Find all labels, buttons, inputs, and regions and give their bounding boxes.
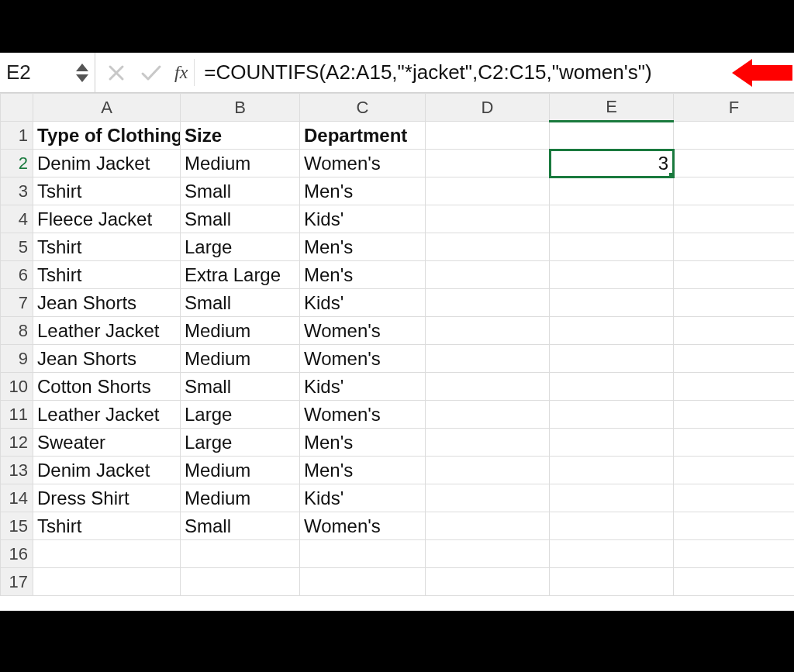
cell-F13[interactable] bbox=[674, 457, 795, 484]
row-head-1[interactable]: 1 bbox=[1, 122, 33, 150]
cell-D17[interactable] bbox=[426, 568, 550, 596]
cell-F15[interactable] bbox=[674, 512, 795, 540]
cell-E5[interactable] bbox=[550, 233, 674, 261]
cell-C8[interactable]: Women's bbox=[300, 317, 426, 345]
fx-label[interactable]: fx bbox=[174, 62, 194, 83]
cell-E11[interactable] bbox=[550, 401, 674, 429]
cell-E4[interactable] bbox=[550, 205, 674, 233]
cell-F2[interactable] bbox=[674, 150, 795, 177]
cell-A3[interactable]: Tshirt bbox=[33, 177, 181, 205]
cell-C9[interactable]: Women's bbox=[300, 345, 426, 373]
cell-C14[interactable]: Kids' bbox=[300, 484, 426, 512]
cell-C6[interactable]: Men's bbox=[300, 261, 426, 289]
cell-D14[interactable] bbox=[426, 484, 550, 512]
row-head-16[interactable]: 16 bbox=[1, 540, 33, 568]
cell-F10[interactable] bbox=[674, 373, 795, 401]
cell-A1[interactable]: Type of Clothing bbox=[33, 122, 181, 150]
cell-C5[interactable]: Men's bbox=[300, 233, 426, 261]
cell-B16[interactable] bbox=[181, 540, 300, 568]
cell-A10[interactable]: Cotton Shorts bbox=[33, 373, 181, 401]
cell-C3[interactable]: Men's bbox=[300, 177, 426, 205]
cell-D8[interactable] bbox=[426, 317, 550, 345]
cell-F14[interactable] bbox=[674, 484, 795, 512]
cell-D4[interactable] bbox=[426, 205, 550, 233]
cell-C16[interactable] bbox=[300, 540, 426, 568]
cell-B7[interactable]: Small bbox=[181, 289, 300, 317]
cell-B4[interactable]: Small bbox=[181, 205, 300, 233]
cell-D15[interactable] bbox=[426, 512, 550, 540]
cell-F16[interactable] bbox=[674, 540, 795, 568]
cell-B1[interactable]: Size bbox=[181, 122, 300, 150]
cell-D2[interactable] bbox=[426, 150, 550, 177]
row-head-12[interactable]: 12 bbox=[1, 429, 33, 457]
cell-D11[interactable] bbox=[426, 401, 550, 429]
cell-F9[interactable] bbox=[674, 345, 795, 373]
row-head-13[interactable]: 13 bbox=[1, 457, 33, 484]
col-head-E[interactable]: E bbox=[550, 94, 674, 122]
row-head-11[interactable]: 11 bbox=[1, 401, 33, 429]
row-head-17[interactable]: 17 bbox=[1, 568, 33, 596]
cell-E3[interactable] bbox=[550, 177, 674, 205]
col-head-D[interactable]: D bbox=[426, 94, 550, 122]
cell-E17[interactable] bbox=[550, 568, 674, 596]
cell-D13[interactable] bbox=[426, 457, 550, 484]
cell-A12[interactable]: Sweater bbox=[33, 429, 181, 457]
cell-D5[interactable] bbox=[426, 233, 550, 261]
cell-E10[interactable] bbox=[550, 373, 674, 401]
select-all-corner[interactable] bbox=[1, 94, 33, 122]
cell-B2[interactable]: Medium bbox=[181, 150, 300, 177]
cell-B12[interactable]: Large bbox=[181, 429, 300, 457]
cell-C7[interactable]: Kids' bbox=[300, 289, 426, 317]
col-head-C[interactable]: C bbox=[300, 94, 426, 122]
cell-F5[interactable] bbox=[674, 233, 795, 261]
cell-B11[interactable]: Large bbox=[181, 401, 300, 429]
cell-A16[interactable] bbox=[33, 540, 181, 568]
cell-B3[interactable]: Small bbox=[181, 177, 300, 205]
cell-F17[interactable] bbox=[674, 568, 795, 596]
row-head-9[interactable]: 9 bbox=[1, 345, 33, 373]
cell-E12[interactable] bbox=[550, 429, 674, 457]
cell-D16[interactable] bbox=[426, 540, 550, 568]
cell-E1[interactable] bbox=[550, 122, 674, 150]
col-head-B[interactable]: B bbox=[181, 94, 300, 122]
cell-B6[interactable]: Extra Large bbox=[181, 261, 300, 289]
cell-F3[interactable] bbox=[674, 177, 795, 205]
cell-A6[interactable]: Tshirt bbox=[33, 261, 181, 289]
cell-E7[interactable] bbox=[550, 289, 674, 317]
cell-A5[interactable]: Tshirt bbox=[33, 233, 181, 261]
cell-F12[interactable] bbox=[674, 429, 795, 457]
cancel-icon[interactable] bbox=[108, 64, 125, 81]
cell-A11[interactable]: Leather Jacket bbox=[33, 401, 181, 429]
cell-A8[interactable]: Leather Jacket bbox=[33, 317, 181, 345]
row-head-14[interactable]: 14 bbox=[1, 484, 33, 512]
cell-A14[interactable]: Dress Shirt bbox=[33, 484, 181, 512]
cell-E16[interactable] bbox=[550, 540, 674, 568]
cell-B8[interactable]: Medium bbox=[181, 317, 300, 345]
spreadsheet-grid[interactable]: A B C D E F 1 Type of Clothing Size Depa… bbox=[0, 93, 794, 596]
cell-E2[interactable]: 3 bbox=[550, 150, 674, 177]
cell-B9[interactable]: Medium bbox=[181, 345, 300, 373]
cell-E9[interactable] bbox=[550, 345, 674, 373]
cell-D6[interactable] bbox=[426, 261, 550, 289]
formula-input[interactable]: =COUNTIFS(A2:A15,"*jacket",C2:C15,"women… bbox=[195, 60, 794, 84]
cell-C4[interactable]: Kids' bbox=[300, 205, 426, 233]
cell-F7[interactable] bbox=[674, 289, 795, 317]
cell-A4[interactable]: Fleece Jacket bbox=[33, 205, 181, 233]
cell-D1[interactable] bbox=[426, 122, 550, 150]
cell-F8[interactable] bbox=[674, 317, 795, 345]
row-head-4[interactable]: 4 bbox=[1, 205, 33, 233]
cell-A17[interactable] bbox=[33, 568, 181, 596]
row-head-3[interactable]: 3 bbox=[1, 177, 33, 205]
cell-B14[interactable]: Medium bbox=[181, 484, 300, 512]
cell-F1[interactable] bbox=[674, 122, 795, 150]
cell-D9[interactable] bbox=[426, 345, 550, 373]
cell-C12[interactable]: Men's bbox=[300, 429, 426, 457]
cell-F11[interactable] bbox=[674, 401, 795, 429]
cell-E6[interactable] bbox=[550, 261, 674, 289]
cell-B10[interactable]: Small bbox=[181, 373, 300, 401]
cell-C10[interactable]: Kids' bbox=[300, 373, 426, 401]
cell-A7[interactable]: Jean Shorts bbox=[33, 289, 181, 317]
row-head-5[interactable]: 5 bbox=[1, 233, 33, 261]
row-head-10[interactable]: 10 bbox=[1, 373, 33, 401]
cell-B15[interactable]: Small bbox=[181, 512, 300, 540]
